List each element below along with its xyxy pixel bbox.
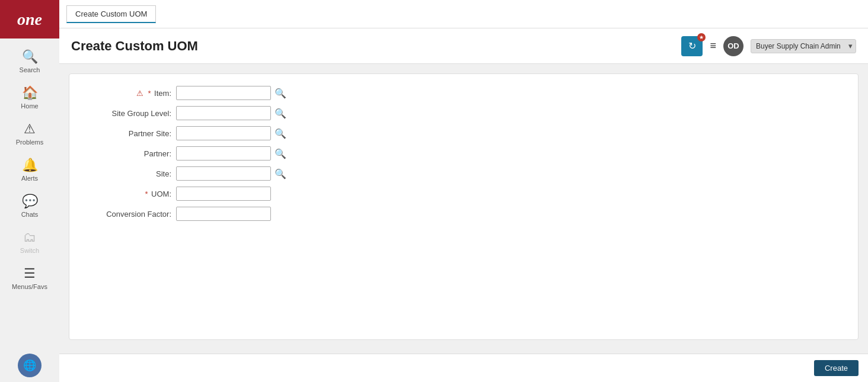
partner-input[interactable] <box>176 146 271 160</box>
topbar: Create Custom UOM <box>59 0 868 28</box>
error-icon: ⚠ <box>136 89 143 98</box>
item-label: ⚠ * Item: <box>81 89 176 98</box>
sidebar-item-label: Chats <box>21 211 39 218</box>
sidebar-item-label: Home <box>21 102 38 110</box>
logo-text: one <box>17 10 42 29</box>
menu-icon: ☰ <box>24 266 36 281</box>
magnify-icon: 🔍 <box>275 88 286 98</box>
header-bar: Create Custom UOM ↻ ★ ≡ OD Buyer Supply … <box>59 28 868 64</box>
uom-label: * UOM: <box>81 190 176 198</box>
magnify-icon: 🔍 <box>275 129 286 139</box>
hamburger-icon: ≡ <box>710 40 716 52</box>
sidebar-item-label: Problems <box>16 139 43 146</box>
content-area: ⚠ * Item: 🔍 Site Group Level: 🔍 Par <box>59 64 868 354</box>
switch-icon: 🗂 <box>23 230 36 245</box>
item-search-button[interactable]: 🔍 <box>273 88 288 99</box>
refresh-button[interactable]: ↻ ★ <box>681 36 703 56</box>
form-row-uom: * UOM: <box>81 187 846 201</box>
site-group-level-search-button[interactable]: 🔍 <box>273 108 288 119</box>
partner-search-button[interactable]: 🔍 <box>273 148 288 159</box>
footer-bar: Create <box>59 354 868 382</box>
sidebar-item-label: Alerts <box>21 175 38 182</box>
site-group-level-input[interactable] <box>176 106 271 120</box>
chat-icon: 💬 <box>22 194 38 209</box>
search-icon: 🔍 <box>22 49 38 65</box>
role-dropdown[interactable]: Buyer Supply Chain Admin <box>751 39 856 53</box>
sidebar-item-menus[interactable]: ☰ Menus/Favs <box>0 260 59 296</box>
required-star: * <box>148 89 151 98</box>
menu-button[interactable]: ≡ <box>710 40 716 52</box>
form-row-item: ⚠ * Item: 🔍 <box>81 86 846 100</box>
user-avatar: OD <box>723 36 743 56</box>
required-star: * <box>145 190 148 198</box>
create-button[interactable]: Create <box>814 360 859 376</box>
magnify-icon: 🔍 <box>275 169 286 179</box>
site-search-button[interactable]: 🔍 <box>273 168 288 179</box>
partner-site-search-button[interactable]: 🔍 <box>273 128 288 139</box>
home-icon: 🏠 <box>22 85 38 101</box>
form-row-site-group-level: Site Group Level: 🔍 <box>81 106 846 120</box>
form-row-conversion-factor: Conversion Factor: <box>81 207 846 221</box>
partner-site-label: Partner Site: <box>81 129 176 138</box>
main-content: Create Custom UOM Create Custom UOM ↻ ★ … <box>59 0 868 382</box>
sidebar-item-search[interactable]: 🔍 Search <box>0 43 59 79</box>
partner-label: Partner: <box>81 149 176 158</box>
sidebar-item-problems[interactable]: ⚠ Problems <box>0 115 59 152</box>
support-icon: 🌐 <box>23 359 36 372</box>
sidebar-item-label: Search <box>20 66 40 73</box>
form-card: ⚠ * Item: 🔍 Site Group Level: 🔍 Par <box>69 73 859 340</box>
form-row-site: Site: 🔍 <box>81 166 846 181</box>
bell-icon: 🔔 <box>22 158 38 173</box>
site-label: Site: <box>81 169 176 178</box>
role-wrapper: Buyer Supply Chain Admin <box>751 39 856 53</box>
item-input[interactable] <box>176 86 271 100</box>
active-tab[interactable]: Create Custom UOM <box>66 5 156 23</box>
sidebar: one 🔍 Search 🏠 Home ⚠ Problems 🔔 Alerts … <box>0 0 59 382</box>
star-badge: ★ <box>697 33 706 41</box>
magnify-icon: 🔍 <box>275 149 286 159</box>
page-title: Create Custom UOM <box>71 38 681 54</box>
app-logo[interactable]: one <box>0 0 59 38</box>
header-actions: ↻ ★ ≡ OD Buyer Supply Chain Admin <box>681 36 856 56</box>
sidebar-item-alerts[interactable]: 🔔 Alerts <box>0 152 59 188</box>
warning-icon: ⚠ <box>24 121 36 137</box>
sidebar-item-chats[interactable]: 💬 Chats <box>0 188 59 224</box>
site-group-level-label: Site Group Level: <box>81 109 176 118</box>
form-row-partner: Partner: 🔍 <box>81 146 846 160</box>
site-input[interactable] <box>176 166 271 181</box>
conversion-factor-label: Conversion Factor: <box>81 210 176 219</box>
sidebar-item-label: Menus/Favs <box>12 283 47 290</box>
partner-site-input[interactable] <box>176 126 271 140</box>
sidebar-item-label: Switch <box>20 247 39 254</box>
form-row-partner-site: Partner Site: 🔍 <box>81 126 846 140</box>
sidebar-item-switch: 🗂 Switch <box>0 224 59 260</box>
sidebar-item-home[interactable]: 🏠 Home <box>0 79 59 115</box>
uom-input[interactable] <box>176 187 271 201</box>
conversion-factor-input[interactable] <box>176 207 271 221</box>
support-button[interactable]: 🌐 <box>18 354 42 377</box>
refresh-icon: ↻ <box>688 40 696 52</box>
magnify-icon: 🔍 <box>275 108 286 118</box>
